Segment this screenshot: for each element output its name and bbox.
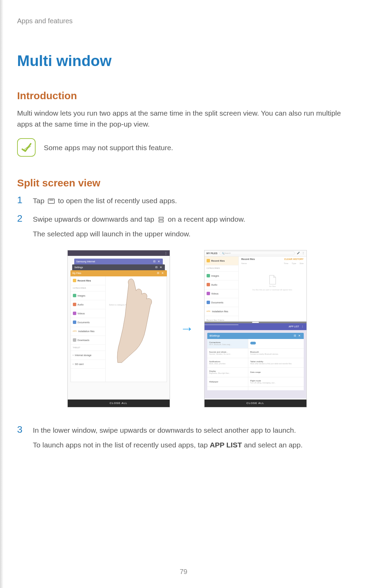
step-body: In the lower window, swipe upwards or do… (33, 424, 357, 451)
arrow-icon: → (180, 321, 194, 336)
settings-item: Sounds and vibrati...Sounds, Vibration, … (207, 349, 248, 358)
sidebar-item: Downloads (71, 336, 105, 345)
settings-item: Wallpaper (207, 377, 248, 387)
empty-state: No files Any files that you open or down… (241, 275, 304, 291)
figure-split: MY FILES 🔍 Search 🎤 ⋮ Recent files CATEG… (204, 250, 307, 407)
step-number: 2 (17, 213, 27, 240)
card-stack: Samsung Internet⊟ ✕ Settings⊟ ✕ My Files… (68, 256, 170, 382)
clear-history-button: CLEAR HISTORY (284, 258, 304, 260)
empty-subtitle: Any files that you open or download will… (241, 289, 304, 291)
sidebar-item: Documents (205, 298, 238, 307)
sidebar-item: ›Internal storage (71, 351, 105, 360)
step-number: 1 (17, 195, 27, 207)
page-content: Apps and features Multi window Introduct… (0, 0, 367, 471)
step-text: Swipe upwards or downwards and tap (33, 215, 156, 223)
settings-detail: Wi-Fi BluetoothConnect to nearby Bluetoo… (248, 339, 304, 390)
empty-title: No files (241, 285, 304, 287)
sidebar-item: ›SD card (71, 360, 105, 369)
stack-card: My Files⊟ ✕ (70, 270, 167, 276)
sidebar-item: Audio (71, 300, 105, 309)
sidebar-item: APKInstallation files (71, 327, 105, 336)
split-divider (205, 322, 306, 323)
step-number: 3 (17, 424, 27, 451)
upper-window: Recent files CATEGORIES Images Audio Vid… (205, 257, 306, 322)
figure-recents: ⋮ Samsung Internet⊟ ✕ Settings⊟ ✕ My Fil… (67, 250, 170, 407)
step-text: Tap (33, 197, 47, 205)
page-number: 79 (180, 568, 187, 576)
sidebar-item: Videos (71, 309, 105, 318)
note-text: Some apps may not support this feature. (44, 138, 173, 153)
app-list-label: APP LIST (210, 441, 242, 449)
sidebar: Recent files CATEGORIES Images Audio Vid… (205, 257, 239, 322)
split-icon (158, 217, 165, 222)
svg-rect-3 (49, 200, 53, 200)
step-extra: The selected app will launch in the uppe… (33, 228, 357, 240)
svg-rect-5 (159, 220, 163, 222)
sidebar-item: Images (205, 272, 238, 280)
settings-item: DisplayBrightness, Blue light filter... (207, 368, 248, 377)
settings-item: NotificationsBlock, allow, prioritise (207, 358, 248, 368)
settings-item: ConnectionsWi-Fi, Bluetooth, Data usag..… (207, 339, 248, 349)
settings-nav: ConnectionsWi-Fi, Bluetooth, Data usag..… (207, 339, 248, 390)
close-all-button: CLOSE ALL (205, 400, 306, 407)
more-icon: ⋮ (302, 252, 304, 254)
step-1: 1 Tap to open the list of recently used … (17, 195, 357, 207)
app-content: Recent files CATEGORIES Images Audio Vid… (70, 276, 167, 382)
main-panel: Recent files CLEAR HISTORY Name Time Typ… (239, 257, 306, 322)
stack-card: Settings⊟ ✕ (72, 264, 165, 271)
svg-rect-4 (159, 217, 163, 219)
lower-window: ⚙ Settings ⊟ ✕ ConnectionsWi-Fi, Bluetoo… (205, 330, 306, 398)
more-icon: ⋮ (301, 325, 304, 328)
figure-row: ⋮ Samsung Internet⊟ ✕ Settings⊟ ✕ My Fil… (17, 250, 357, 407)
column-headers: Name Time Type Size (241, 262, 304, 264)
sidebar-category-label: CATEGORIES (205, 265, 238, 272)
step-body: Tap to open the list of recently used ap… (33, 195, 357, 207)
settings-detail-item: BluetoothConnect to nearby Bluetooth dev… (248, 349, 304, 358)
sidebar: Recent files CATEGORIES Images Audio Vid… (71, 276, 106, 382)
step-3: 3 In the lower window, swipe upwards or … (17, 424, 357, 451)
sidebar-item: APKInstallation files (205, 307, 238, 316)
section-heading-split: Split screen view (17, 177, 357, 189)
sidebar-item: Images (71, 291, 105, 300)
sidebar-footer: Recent files 0 items (205, 316, 238, 325)
stack-card: Samsung Internet⊟ ✕ (74, 259, 163, 265)
sidebar-item: Recent files (71, 276, 105, 285)
settings-detail-item: Wi-Fi (248, 339, 304, 349)
sidebar-item: Videos (205, 289, 238, 298)
mic-icon: 🎤 (297, 252, 300, 254)
search-input: 🔍 Search (220, 251, 295, 255)
note-icon (17, 138, 36, 157)
intro-text: Multi window lets you run two apps at th… (17, 108, 357, 129)
breadcrumb: Apps and features (17, 17, 357, 25)
sidebar-item: Recent files (205, 257, 238, 265)
settings-content: ConnectionsWi-Fi, Bluetooth, Data usag..… (207, 339, 304, 390)
step-body: Swipe upwards or downwards and tap on a … (33, 213, 357, 240)
close-all-button: CLOSE ALL (68, 400, 170, 407)
section-heading-introduction: Introduction (17, 90, 357, 102)
app-list-button: APP LIST (289, 325, 299, 328)
page-title: Multi window (17, 52, 357, 69)
settings-detail-item: Tablet visibilityAllow other devices to … (248, 358, 304, 368)
settings-detail-item: Flight modeTurn off calling, messaging, … (248, 377, 304, 387)
note-block: Some apps may not support this feature. (17, 138, 357, 157)
settings-detail-item: Data usage (248, 368, 304, 377)
status-bar: ⋮ (68, 250, 170, 256)
sidebar-category-label: TABLET (71, 345, 105, 351)
step-text: To launch apps not in the list of recent… (33, 439, 357, 451)
page-spine (0, 0, 3, 588)
app-header: MY FILES 🔍 Search 🎤 ⋮ (205, 250, 306, 257)
step-text: to open the list of recently used apps. (56, 197, 177, 205)
panel-title: Recent files (241, 258, 255, 260)
app-title: MY FILES (207, 252, 218, 254)
main-panel: Select a category from the list on the l… (106, 276, 167, 382)
sidebar-item: Documents (71, 318, 105, 327)
sidebar-category-label: CATEGORIES (71, 285, 105, 291)
card-header: ⚙ Settings ⊟ ✕ (207, 333, 304, 339)
step-2: 2 Swipe upwards or downwards and tap on … (17, 213, 357, 240)
sidebar-item: Audio (205, 280, 238, 289)
step-text: on a recent app window. (166, 215, 245, 223)
recents-icon (48, 198, 55, 204)
step-text: In the lower window, swipe upwards or do… (33, 424, 357, 436)
svg-rect-2 (48, 199, 54, 204)
